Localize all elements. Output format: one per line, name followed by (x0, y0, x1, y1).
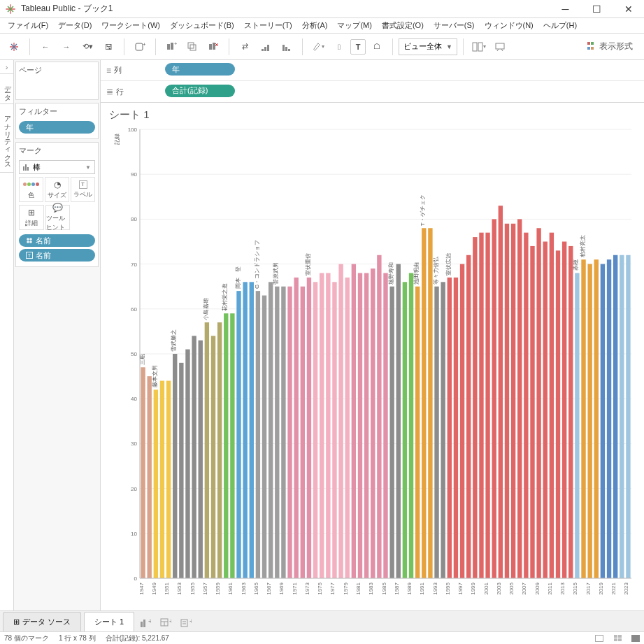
menu-story[interactable]: ストーリー(T) (239, 19, 297, 32)
sort-asc-button[interactable] (256, 37, 276, 57)
presentation-button[interactable] (490, 37, 510, 57)
refresh-button[interactable]: ⟲▾ (78, 37, 97, 57)
forward-button[interactable]: → (57, 37, 76, 57)
svg-text:岡本　登: 岡本 登 (235, 266, 241, 289)
sheet-tab-active[interactable]: シート 1 (84, 612, 134, 631)
chart: 0102030405060708090100記録1947三瓶1949藤本文男19… (108, 127, 637, 603)
clear-button[interactable] (203, 37, 223, 57)
highlight-button[interactable]: ▾ (308, 37, 328, 57)
swap-button[interactable]: ⇄ (235, 37, 255, 57)
menu-dashboard[interactable]: ダッシュボード(B) (165, 19, 239, 32)
svg-text:1999: 1999 (470, 582, 476, 594)
status-view-icon-2[interactable] (613, 635, 622, 642)
tableau-logo-icon (4, 3, 17, 15)
new-story-tab-button[interactable]: + (177, 615, 195, 631)
svg-rect-108 (332, 282, 336, 578)
svg-point-27 (27, 241, 29, 243)
filter-pill-year[interactable]: 年 (19, 121, 95, 134)
menu-file[interactable]: ファイル(F) (3, 19, 53, 32)
svg-rect-119 (377, 255, 381, 578)
duplicate-button[interactable] (183, 37, 202, 57)
svg-text:1983: 1983 (368, 582, 374, 594)
status-view-icon-1[interactable] (595, 635, 603, 642)
svg-rect-127 (409, 273, 413, 578)
separator (155, 38, 156, 55)
back-button[interactable]: ← (36, 37, 55, 57)
menu-help[interactable]: ヘルプ(H) (538, 19, 582, 32)
svg-rect-164 (550, 233, 554, 578)
new-data-button[interactable]: + (130, 37, 150, 57)
marks-label-button[interactable]: Tラベル (71, 177, 95, 202)
columns-pill-year[interactable]: 年 (165, 63, 235, 76)
svg-text:2019: 2019 (598, 582, 604, 594)
menu-server[interactable]: サーバー(S) (429, 19, 480, 32)
svg-rect-78 (224, 313, 228, 578)
svg-text:藤本文男: 藤本文男 (152, 365, 158, 387)
menu-data[interactable]: データ(D) (53, 19, 96, 32)
viz-area[interactable]: シート 1 0102030405060708090100記録1947三瓶1949… (101, 103, 644, 610)
show-cards-button[interactable]: ▾ (469, 37, 489, 57)
menu-format[interactable]: 書式設定(O) (377, 19, 429, 32)
svg-rect-84 (243, 282, 247, 578)
save-button[interactable]: 🖫 (99, 37, 118, 57)
svg-rect-100 (301, 287, 305, 578)
svg-text:+: + (189, 618, 192, 625)
mark-type-dropdown[interactable]: 棒 ▼ (19, 160, 95, 174)
svg-rect-97 (287, 287, 292, 578)
rows-pill-sum[interactable]: 合計(記録) (165, 85, 235, 97)
svg-text:2017: 2017 (585, 582, 592, 594)
svg-rect-61 (160, 381, 164, 578)
menu-window[interactable]: ウィンドウ(N) (480, 19, 538, 32)
svg-text:+: + (174, 41, 177, 47)
text-button[interactable]: T (350, 39, 366, 55)
svg-text:1959: 1959 (215, 582, 221, 594)
svg-rect-163 (543, 242, 548, 579)
marks-tooltip-button[interactable]: 💬ツールヒント (45, 205, 71, 230)
new-dashboard-tab-button[interactable]: + (157, 615, 175, 631)
menu-worksheet[interactable]: ワークシート(W) (96, 19, 165, 32)
svg-text:1985: 1985 (381, 582, 387, 594)
rows-shelf[interactable]: ≣行 合計(記録) (101, 81, 644, 102)
rows-icon: ≣ (106, 87, 113, 96)
new-worksheet-tab-button[interactable]: + (136, 615, 155, 631)
group-button[interactable]: 𖣐 (329, 37, 349, 57)
svg-text:1993: 1993 (432, 582, 438, 594)
marks-size-button[interactable]: ◔サイズ (45, 177, 69, 202)
pin-button[interactable]: ☖ (367, 37, 387, 57)
svg-rect-13 (267, 45, 269, 51)
svg-rect-161 (536, 228, 541, 578)
sort-desc-button[interactable] (277, 37, 296, 57)
svg-text:花村栄之進: 花村栄之進 (222, 283, 228, 311)
svg-rect-148 (479, 233, 483, 578)
minimize-button[interactable]: ─ (550, 0, 581, 18)
label-t-icon: T (26, 252, 33, 259)
marks-color-pill[interactable]: 名前 (19, 234, 95, 247)
svg-rect-126 (403, 282, 407, 578)
svg-text:0: 0 (134, 575, 138, 582)
collapse-sidebar-button[interactable]: › (0, 60, 13, 74)
status-view-icon-3[interactable] (631, 635, 640, 642)
svg-text:2001: 2001 (483, 582, 489, 594)
show-me-button[interactable]: 表示形式 (580, 41, 640, 52)
columns-icon: ≡ (106, 66, 111, 76)
marks-detail-button[interactable]: ⊞詳細 (19, 205, 44, 230)
svg-text:2023: 2023 (623, 582, 629, 594)
close-button[interactable]: ✕ (613, 0, 644, 18)
menu-analysis[interactable]: 分析(A) (297, 19, 333, 32)
marks-label-pill[interactable]: T 名前 (19, 249, 95, 262)
side-tab-data[interactable]: データ (0, 74, 13, 104)
svg-rect-143 (460, 264, 464, 578)
maximize-button[interactable]: ☐ (581, 0, 613, 18)
tableau-icon[interactable] (4, 37, 24, 57)
color-dots-icon (26, 237, 33, 244)
svg-rect-158 (524, 233, 528, 578)
marks-color-button[interactable]: 色 (19, 177, 43, 202)
side-tab-analytics[interactable]: アナリティクス (0, 104, 13, 173)
svg-rect-91 (269, 282, 273, 578)
menu-map[interactable]: マップ(M) (332, 19, 377, 32)
menu-bar: ファイル(F) データ(D) ワークシート(W) ダッシュボード(B) ストーリ… (0, 18, 644, 34)
fit-dropdown[interactable]: ビュー全体 ▼ (399, 38, 457, 55)
columns-shelf[interactable]: ≡列 年 (101, 60, 644, 81)
new-worksheet-button[interactable]: + (162, 37, 181, 57)
datasource-tab[interactable]: ⊞データ ソース (3, 612, 81, 631)
